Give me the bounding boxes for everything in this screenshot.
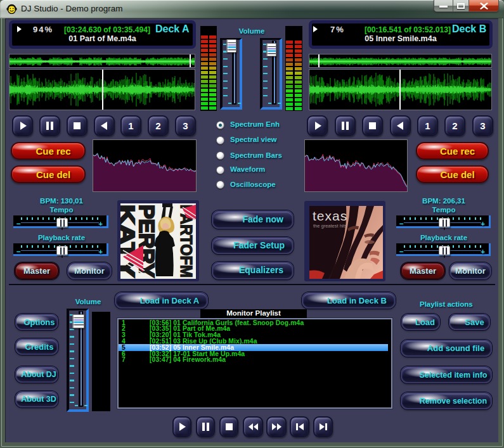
- svg-text:the greatest hits: the greatest hits: [313, 223, 347, 229]
- svg-text:texas: texas: [313, 208, 347, 223]
